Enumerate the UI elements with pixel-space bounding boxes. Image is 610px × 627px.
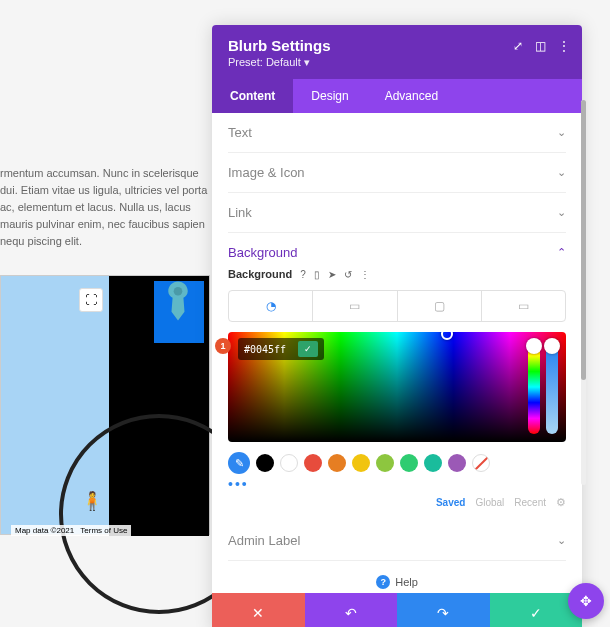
- panel-footer: ✕ ↶ ↷ ✓: [212, 593, 582, 627]
- more-icon[interactable]: ⋮: [360, 269, 370, 280]
- reset-icon[interactable]: ↺: [344, 269, 352, 280]
- gear-icon[interactable]: ⚙: [556, 496, 566, 509]
- panel-header: Blurb Settings Preset: Default ▾ ⤢ ◫ ⋮: [212, 25, 582, 79]
- panel-scrollbar[interactable]: [581, 100, 586, 485]
- tab-content[interactable]: Content: [212, 79, 293, 113]
- map-data-label[interactable]: Map data ©2021: [15, 526, 74, 535]
- cancel-button[interactable]: ✕: [212, 593, 305, 627]
- expand-icon[interactable]: ⤢: [513, 39, 523, 53]
- hex-input[interactable]: [244, 344, 292, 355]
- map-credits: Map data ©2021 Terms of Use: [11, 525, 131, 536]
- swatch-tab-saved[interactable]: Saved: [436, 497, 465, 508]
- pegman-icon[interactable]: 🧍: [81, 490, 103, 512]
- background-label: Background: [228, 268, 292, 280]
- color-field[interactable]: ✓: [228, 332, 566, 442]
- hex-input-pill: ✓: [238, 338, 324, 360]
- bg-tab-gradient[interactable]: ▭: [313, 291, 397, 321]
- panel-tabs: Content Design Advanced: [212, 79, 582, 113]
- color-swatch[interactable]: [256, 454, 274, 472]
- section-link[interactable]: Link ⌄: [228, 193, 566, 233]
- tab-advanced[interactable]: Advanced: [367, 79, 456, 113]
- color-swatch[interactable]: [424, 454, 442, 472]
- color-swatch[interactable]: [376, 454, 394, 472]
- panel-preset[interactable]: Preset: Default ▾: [228, 56, 566, 69]
- background-type-tabs: ◔ ▭ ▢ ▭: [228, 290, 566, 322]
- chevron-up-icon[interactable]: ⌃: [557, 246, 566, 259]
- bg-tab-color[interactable]: ◔: [229, 291, 313, 321]
- color-swatch[interactable]: [328, 454, 346, 472]
- swatch-transparent[interactable]: [472, 454, 490, 472]
- swatch-tab-global[interactable]: Global: [475, 497, 504, 508]
- chevron-down-icon: ⌄: [557, 206, 566, 219]
- chevron-down-icon: ⌄: [557, 166, 566, 179]
- swatch-tabs: Saved Global Recent ⚙: [228, 496, 566, 509]
- help-row[interactable]: ? Help: [228, 561, 566, 593]
- bg-tab-image[interactable]: ▢: [398, 291, 482, 321]
- color-swatch[interactable]: [352, 454, 370, 472]
- alpha-slider[interactable]: [546, 340, 558, 434]
- panel-body: Text ⌄ Image & Icon ⌄ Link ⌄ Background …: [212, 113, 582, 593]
- blurb-settings-panel: Blurb Settings Preset: Default ▾ ⤢ ◫ ⋮ C…: [212, 25, 582, 627]
- color-swatch[interactable]: [304, 454, 322, 472]
- color-swatch[interactable]: [448, 454, 466, 472]
- page-placeholder-text: rmentum accumsan. Nunc in scelerisque du…: [0, 165, 210, 250]
- color-swatches: ✎: [228, 452, 566, 474]
- color-picker: 1 ✓ ✎ •••: [228, 332, 566, 509]
- color-swatch[interactable]: [400, 454, 418, 472]
- tab-design[interactable]: Design: [293, 79, 366, 113]
- chevron-down-icon: ⌄: [557, 534, 566, 547]
- pushpin-icon: [165, 281, 191, 321]
- hover-icon[interactable]: ➤: [328, 269, 336, 280]
- chevron-down-icon: ⌄: [557, 126, 566, 139]
- color-swatch[interactable]: [280, 454, 298, 472]
- section-text[interactable]: Text ⌄: [228, 113, 566, 153]
- help-icon[interactable]: ?: [300, 269, 306, 280]
- help-badge-icon: ?: [376, 575, 390, 589]
- tablet-icon[interactable]: ▯: [314, 269, 320, 280]
- section-title: Image & Icon: [228, 165, 305, 180]
- map-fullscreen-button[interactable]: ⛶: [79, 288, 103, 312]
- bg-tab-video[interactable]: ▭: [482, 291, 565, 321]
- swatches-more-icon[interactable]: •••: [228, 476, 566, 492]
- section-admin-label[interactable]: Admin Label ⌄: [228, 521, 566, 561]
- help-label: Help: [395, 576, 418, 588]
- redo-button[interactable]: ↷: [397, 593, 490, 627]
- hue-slider[interactable]: [528, 340, 540, 434]
- swatch-tab-recent[interactable]: Recent: [514, 497, 546, 508]
- section-image-icon[interactable]: Image & Icon ⌄: [228, 153, 566, 193]
- more-icon[interactable]: ⋮: [558, 39, 570, 53]
- hex-confirm-button[interactable]: ✓: [298, 341, 318, 357]
- scroll-thumb[interactable]: [581, 100, 586, 380]
- map-terms-link[interactable]: Terms of Use: [80, 526, 127, 535]
- section-title[interactable]: Background: [228, 245, 297, 260]
- eyedropper-button[interactable]: ✎: [228, 452, 250, 474]
- section-title: Link: [228, 205, 252, 220]
- color-cursor[interactable]: [441, 332, 453, 340]
- section-background: Background ⌃ Background ? ▯ ➤ ↺ ⋮ ◔ ▭ ▢ …: [228, 233, 566, 521]
- svg-point-0: [174, 287, 183, 296]
- drag-handle-fab[interactable]: ✥: [568, 583, 604, 619]
- hue-thumb[interactable]: [526, 338, 542, 354]
- alpha-thumb[interactable]: [544, 338, 560, 354]
- section-title: Admin Label: [228, 533, 300, 548]
- snap-icon[interactable]: ◫: [535, 39, 546, 53]
- step-marker: 1: [215, 338, 231, 354]
- map-widget[interactable]: ⛶ 🧍 Map data ©2021 Terms of Use: [0, 275, 210, 535]
- section-title: Text: [228, 125, 252, 140]
- undo-button[interactable]: ↶: [305, 593, 398, 627]
